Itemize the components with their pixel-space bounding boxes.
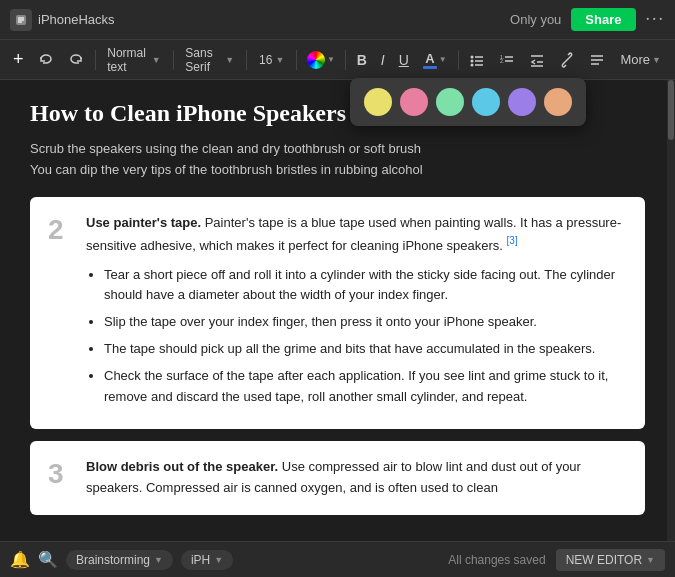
color-orange[interactable]: [544, 88, 572, 116]
notification-icon[interactable]: 🔔: [10, 550, 30, 569]
highlight-button[interactable]: A ▼: [418, 48, 452, 72]
font-size-dropdown[interactable]: 16 ▼: [253, 50, 290, 70]
sep3: [246, 50, 247, 70]
doc-title: iPhoneHacks: [38, 12, 115, 27]
bullet-2-3: The tape should pick up all the grime an…: [104, 339, 627, 360]
sep6: [458, 50, 459, 70]
svg-point-4: [471, 55, 474, 58]
top-more-button[interactable]: ···: [646, 9, 666, 30]
color-yellow[interactable]: [364, 88, 392, 116]
iph-tag[interactable]: iPH ▼: [181, 550, 233, 570]
color-picker-button[interactable]: ▼: [303, 48, 339, 72]
step-card-2: 2 Use painter's tape. Painter's tape is …: [30, 197, 645, 430]
undo-button[interactable]: [33, 48, 59, 72]
svg-line-17: [565, 58, 569, 62]
sep4: [296, 50, 297, 70]
step-content-2: Use painter's tape. Painter's tape is a …: [86, 213, 627, 414]
color-purple[interactable]: [508, 88, 536, 116]
search-icon[interactable]: 🔍: [38, 550, 58, 569]
brainstorming-tag[interactable]: Brainstorming ▼: [66, 550, 173, 570]
new-editor-button[interactable]: NEW EDITOR ▼: [556, 549, 665, 571]
italic-button[interactable]: I: [376, 48, 390, 72]
top-bar-right: Only you Share ···: [510, 8, 665, 31]
font-size-chevron: ▼: [275, 55, 284, 65]
font-dropdown[interactable]: Sans Serif ▼: [179, 43, 240, 77]
tag1-chevron: ▼: [154, 555, 163, 565]
app-icon: [10, 9, 32, 31]
bullet-2-2: Slip the tape over your index finger, th…: [104, 312, 627, 333]
bold-button[interactable]: B: [352, 48, 372, 72]
text-style-dropdown[interactable]: Normal text ▼: [101, 43, 166, 77]
text-style-chevron: ▼: [152, 55, 161, 65]
step-card-3: 3 Blow debris out of the speaker. Use co…: [30, 441, 645, 515]
step-bullets-2: Tear a short piece off and roll it into …: [86, 265, 627, 408]
more-toolbar-button[interactable]: More ▼: [614, 49, 667, 70]
step-ref-2: [3]: [507, 235, 518, 246]
sep1: [95, 50, 96, 70]
sep2: [173, 50, 174, 70]
subtitle-line2: You can dip the very tips of the toothbr…: [30, 160, 645, 181]
svg-text:2.: 2.: [500, 58, 504, 64]
svg-point-6: [471, 59, 474, 62]
svg-point-8: [471, 63, 474, 66]
indent-decrease-button[interactable]: [524, 48, 550, 72]
doc-subtitle: Scrub the speakers using the clean and d…: [30, 139, 645, 181]
more-format-button[interactable]: [584, 48, 610, 72]
scrollbar-track: [667, 80, 675, 541]
step-content-3: Blow debris out of the speaker. Use comp…: [86, 457, 627, 499]
ordered-list-button[interactable]: 1.2.: [494, 48, 520, 72]
sep5: [345, 50, 346, 70]
color-pink[interactable]: [400, 88, 428, 116]
bullet-2-1: Tear a short piece off and roll it into …: [104, 265, 627, 307]
font-chevron: ▼: [225, 55, 234, 65]
content-area: How to Clean iPhone Speakers Scrub the s…: [0, 80, 675, 541]
bullet-2-4: Check the surface of the tape after each…: [104, 366, 627, 408]
add-button[interactable]: +: [8, 45, 29, 74]
new-editor-chevron: ▼: [646, 555, 655, 565]
bottom-right: All changes saved NEW EDITOR ▼: [448, 549, 665, 571]
link-button[interactable]: [554, 48, 580, 72]
more-chevron: ▼: [652, 55, 661, 65]
toolbar: + Normal text ▼ Sans Serif ▼ 16 ▼ ▼ B I …: [0, 40, 675, 80]
step-number-3: 3: [48, 457, 72, 499]
color-green[interactable]: [436, 88, 464, 116]
step-title-2: Use painter's tape.: [86, 215, 205, 230]
bottom-bar: 🔔 🔍 Brainstorming ▼ iPH ▼ All changes sa…: [0, 541, 675, 577]
only-you-label: Only you: [510, 12, 561, 27]
color-picker-popup: [350, 78, 586, 126]
redo-button[interactable]: [63, 48, 89, 72]
subtitle-line1: Scrub the speakers using the clean and d…: [30, 139, 645, 160]
step-number-2: 2: [48, 213, 72, 414]
share-button[interactable]: Share: [571, 8, 635, 31]
color-blue[interactable]: [472, 88, 500, 116]
bullet-list-button[interactable]: [464, 48, 490, 72]
top-bar: iPhoneHacks Only you Share ···: [0, 0, 675, 40]
save-status: All changes saved: [448, 553, 545, 567]
tag2-chevron: ▼: [214, 555, 223, 565]
step-title-3: Blow debris out of the speaker.: [86, 459, 282, 474]
underline-button[interactable]: U: [394, 48, 414, 72]
top-bar-left: iPhoneHacks: [10, 9, 115, 31]
scrollbar-thumb[interactable]: [668, 80, 674, 140]
